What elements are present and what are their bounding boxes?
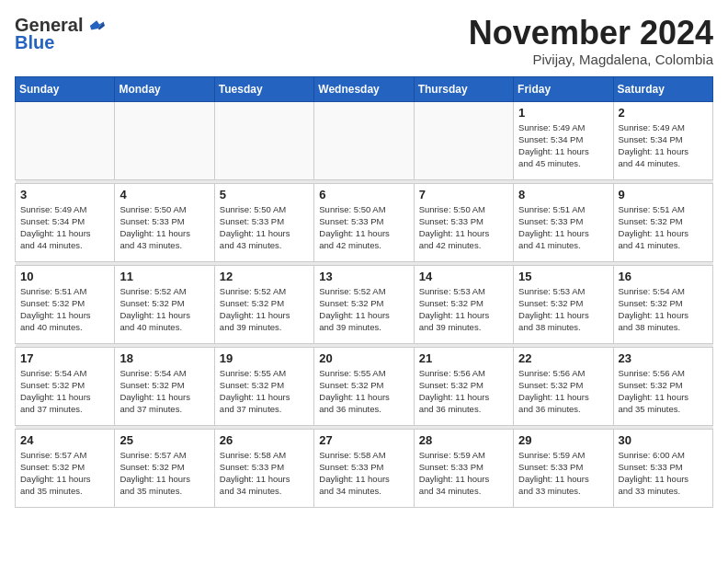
day-info: Sunrise: 5:50 AM Sunset: 5:33 PM Dayligh… — [220, 203, 309, 252]
day-info: Sunrise: 5:49 AM Sunset: 5:34 PM Dayligh… — [619, 121, 708, 170]
calendar-cell: 18Sunrise: 5:54 AM Sunset: 5:32 PM Dayli… — [115, 347, 214, 425]
calendar-cell: 30Sunrise: 6:00 AM Sunset: 5:33 PM Dayli… — [613, 429, 712, 507]
day-number: 15 — [518, 270, 608, 283]
day-number: 28 — [419, 433, 508, 447]
calendar-cell: 4Sunrise: 5:50 AM Sunset: 5:33 PM Daylig… — [115, 183, 214, 261]
calendar-header-sunday: Sunday — [16, 76, 115, 101]
calendar-cell: 12Sunrise: 5:52 AM Sunset: 5:32 PM Dayli… — [214, 265, 313, 343]
day-info: Sunrise: 5:59 AM Sunset: 5:33 PM Dayligh… — [419, 449, 508, 498]
calendar-cell — [115, 101, 214, 179]
day-info: Sunrise: 5:50 AM Sunset: 5:33 PM Dayligh… — [319, 203, 408, 252]
day-number: 3 — [20, 188, 109, 201]
day-number: 24 — [20, 433, 109, 447]
calendar-cell: 15Sunrise: 5:53 AM Sunset: 5:32 PM Dayli… — [514, 265, 613, 343]
day-number: 5 — [220, 188, 309, 201]
day-number: 23 — [619, 351, 708, 365]
calendar-cell: 20Sunrise: 5:55 AM Sunset: 5:32 PM Dayli… — [314, 347, 414, 425]
calendar-cell — [16, 101, 115, 179]
calendar-cell: 11Sunrise: 5:52 AM Sunset: 5:32 PM Dayli… — [115, 265, 214, 343]
day-number: 22 — [518, 351, 608, 365]
day-number: 1 — [518, 106, 608, 120]
calendar-cell: 14Sunrise: 5:53 AM Sunset: 5:32 PM Dayli… — [414, 265, 513, 343]
calendar-cell: 5Sunrise: 5:50 AM Sunset: 5:33 PM Daylig… — [214, 183, 313, 261]
day-number: 26 — [220, 433, 309, 447]
day-info: Sunrise: 5:58 AM Sunset: 5:33 PM Dayligh… — [220, 449, 309, 498]
calendar-cell — [214, 101, 313, 179]
page-header: General Blue November 2024 Pivijay, Magd… — [15, 15, 713, 67]
day-number: 2 — [619, 106, 708, 120]
calendar-cell: 1Sunrise: 5:49 AM Sunset: 5:34 PM Daylig… — [514, 101, 613, 179]
day-number: 4 — [119, 188, 209, 201]
day-info: Sunrise: 5:55 AM Sunset: 5:32 PM Dayligh… — [220, 367, 309, 416]
location-subtitle: Pivijay, Magdalena, Colombia — [469, 52, 713, 67]
logo: General Blue — [15, 15, 105, 53]
month-title: November 2024 — [469, 15, 713, 52]
day-number: 30 — [619, 433, 708, 447]
day-info: Sunrise: 5:56 AM Sunset: 5:32 PM Dayligh… — [619, 367, 708, 416]
calendar-header-thursday: Thursday — [414, 76, 513, 101]
day-number: 14 — [419, 270, 508, 283]
day-info: Sunrise: 5:54 AM Sunset: 5:32 PM Dayligh… — [119, 367, 209, 416]
day-number: 6 — [319, 188, 408, 201]
calendar-header-saturday: Saturday — [613, 76, 712, 101]
calendar-cell — [314, 101, 414, 179]
calendar-cell: 8Sunrise: 5:51 AM Sunset: 5:33 PM Daylig… — [514, 183, 613, 261]
day-info: Sunrise: 5:59 AM Sunset: 5:33 PM Dayligh… — [518, 449, 608, 498]
calendar-cell: 21Sunrise: 5:56 AM Sunset: 5:32 PM Dayli… — [414, 347, 513, 425]
day-info: Sunrise: 5:54 AM Sunset: 5:32 PM Dayligh… — [619, 285, 708, 334]
calendar-week-5: 24Sunrise: 5:57 AM Sunset: 5:32 PM Dayli… — [16, 429, 713, 507]
calendar-cell: 29Sunrise: 5:59 AM Sunset: 5:33 PM Dayli… — [514, 429, 613, 507]
calendar-cell: 22Sunrise: 5:56 AM Sunset: 5:32 PM Dayli… — [514, 347, 613, 425]
calendar-cell: 9Sunrise: 5:51 AM Sunset: 5:32 PM Daylig… — [613, 183, 712, 261]
calendar-week-4: 17Sunrise: 5:54 AM Sunset: 5:32 PM Dayli… — [16, 347, 713, 425]
calendar-cell: 3Sunrise: 5:49 AM Sunset: 5:34 PM Daylig… — [16, 183, 115, 261]
calendar-cell — [414, 101, 513, 179]
day-number: 17 — [20, 351, 109, 365]
day-number: 27 — [319, 433, 408, 447]
day-info: Sunrise: 5:56 AM Sunset: 5:32 PM Dayligh… — [419, 367, 508, 416]
calendar-cell: 27Sunrise: 5:58 AM Sunset: 5:33 PM Dayli… — [314, 429, 414, 507]
day-number: 21 — [419, 351, 508, 365]
calendar-table: SundayMondayTuesdayWednesdayThursdayFrid… — [15, 76, 713, 508]
day-number: 16 — [619, 270, 708, 283]
day-info: Sunrise: 5:57 AM Sunset: 5:32 PM Dayligh… — [119, 449, 209, 498]
calendar-cell: 10Sunrise: 5:51 AM Sunset: 5:32 PM Dayli… — [16, 265, 115, 343]
day-info: Sunrise: 5:54 AM Sunset: 5:32 PM Dayligh… — [20, 367, 109, 416]
day-info: Sunrise: 5:49 AM Sunset: 5:34 PM Dayligh… — [518, 121, 608, 170]
calendar-cell: 25Sunrise: 5:57 AM Sunset: 5:32 PM Dayli… — [115, 429, 214, 507]
calendar-header-tuesday: Tuesday — [214, 76, 313, 101]
day-info: Sunrise: 6:00 AM Sunset: 5:33 PM Dayligh… — [619, 449, 708, 498]
day-number: 29 — [518, 433, 608, 447]
day-info: Sunrise: 5:51 AM Sunset: 5:33 PM Dayligh… — [518, 203, 608, 252]
day-number: 13 — [319, 270, 408, 283]
day-info: Sunrise: 5:51 AM Sunset: 5:32 PM Dayligh… — [20, 285, 109, 334]
day-info: Sunrise: 5:49 AM Sunset: 5:34 PM Dayligh… — [20, 203, 109, 252]
day-number: 10 — [20, 270, 109, 283]
day-info: Sunrise: 5:50 AM Sunset: 5:33 PM Dayligh… — [119, 203, 209, 252]
day-number: 20 — [319, 351, 408, 365]
day-number: 7 — [419, 188, 508, 201]
calendar-week-2: 3Sunrise: 5:49 AM Sunset: 5:34 PM Daylig… — [16, 183, 713, 261]
calendar-cell: 7Sunrise: 5:50 AM Sunset: 5:33 PM Daylig… — [414, 183, 513, 261]
logo-bird-icon — [85, 16, 105, 36]
day-info: Sunrise: 5:50 AM Sunset: 5:33 PM Dayligh… — [419, 203, 508, 252]
day-info: Sunrise: 5:57 AM Sunset: 5:32 PM Dayligh… — [20, 449, 109, 498]
calendar-week-3: 10Sunrise: 5:51 AM Sunset: 5:32 PM Dayli… — [16, 265, 713, 343]
calendar-cell: 2Sunrise: 5:49 AM Sunset: 5:34 PM Daylig… — [613, 101, 712, 179]
day-number: 19 — [220, 351, 309, 365]
calendar-cell: 23Sunrise: 5:56 AM Sunset: 5:32 PM Dayli… — [613, 347, 712, 425]
calendar-cell: 24Sunrise: 5:57 AM Sunset: 5:32 PM Dayli… — [16, 429, 115, 507]
day-info: Sunrise: 5:58 AM Sunset: 5:33 PM Dayligh… — [319, 449, 408, 498]
calendar-cell: 6Sunrise: 5:50 AM Sunset: 5:33 PM Daylig… — [314, 183, 414, 261]
calendar-header-wednesday: Wednesday — [314, 76, 414, 101]
calendar-cell: 19Sunrise: 5:55 AM Sunset: 5:32 PM Dayli… — [214, 347, 313, 425]
calendar-cell: 28Sunrise: 5:59 AM Sunset: 5:33 PM Dayli… — [414, 429, 513, 507]
day-number: 18 — [119, 351, 209, 365]
day-number: 8 — [518, 188, 608, 201]
title-block: November 2024 Pivijay, Magdalena, Colomb… — [469, 15, 713, 67]
calendar-header-friday: Friday — [514, 76, 613, 101]
day-info: Sunrise: 5:53 AM Sunset: 5:32 PM Dayligh… — [518, 285, 608, 334]
logo-blue-text: Blue — [15, 32, 54, 53]
calendar-cell: 17Sunrise: 5:54 AM Sunset: 5:32 PM Dayli… — [16, 347, 115, 425]
day-number: 12 — [220, 270, 309, 283]
